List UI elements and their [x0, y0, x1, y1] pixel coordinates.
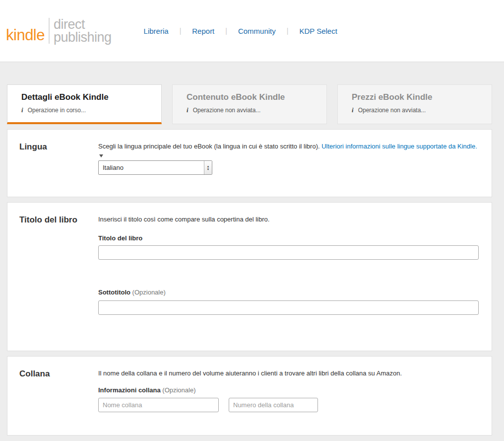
tab-dettagli-ebook[interactable]: Dettagli eBook Kindle i Operazione in co… [7, 84, 162, 124]
lingua-description: Scegli la lingua principale del tuo eBoo… [98, 142, 479, 151]
titolo-field-label: Titolo del libro [98, 234, 479, 242]
nav-libreria[interactable]: Libreria [144, 27, 169, 35]
titolo-input[interactable] [98, 245, 479, 260]
info-icon: i [187, 106, 189, 114]
main-content: Dettagli eBook Kindle i Operazione in co… [0, 62, 504, 436]
collana-description: Il nome della collana e il numero del vo… [98, 369, 479, 378]
direct-publishing-logo-text: direct publishing [54, 18, 112, 44]
caret-down-icon[interactable] [99, 154, 103, 157]
titolo-description: Inserisci il titolo così come compare su… [98, 215, 479, 224]
section-title-collana: Collana [19, 369, 98, 379]
nav-kdp-select[interactable]: KDP Select [299, 27, 337, 35]
nav-report[interactable]: Report [192, 27, 214, 35]
select-stepper-icon[interactable]: ▲ ▼ [204, 161, 212, 174]
sottotitolo-field-label: Sottotitolo (Opzionale) [98, 289, 479, 296]
section-lingua: Lingua Scegli la lingua principale del t… [7, 129, 492, 197]
logo-divider [49, 18, 50, 44]
lingue-supportate-link[interactable]: Ulteriori informazioni sulle lingue supp… [321, 143, 477, 150]
tab-status-text: Operazione non avviata... [358, 107, 426, 114]
tab-prezzi-ebook[interactable]: Prezzi eBook Kindle i Operazione non avv… [337, 84, 492, 124]
kindle-logo-text: kindle [6, 28, 45, 44]
section-collana: Collana Il nome della collana e il numer… [7, 356, 492, 436]
nav-separator: | [287, 27, 289, 35]
nav-separator: | [180, 27, 182, 35]
lingua-select[interactable]: Italiano ▲ ▼ [98, 160, 212, 175]
numero-collana-input[interactable] [229, 398, 318, 412]
collana-field-label: Informazioni collana (Opzionale) [98, 386, 479, 394]
tab-status-text: Operazione in corso... [28, 107, 86, 114]
section-titolo-del-libro: Titolo del libro Inserisci il titolo cos… [7, 202, 492, 351]
workflow-tabs: Dettagli eBook Kindle i Operazione in co… [7, 84, 492, 124]
section-title-lingua: Lingua [19, 142, 98, 152]
nav-separator: | [225, 27, 227, 35]
lingua-select-value: Italiano [99, 161, 204, 174]
tab-status-text: Operazione non avviata... [193, 107, 261, 114]
info-icon: i [352, 106, 354, 114]
main-nav: Libreria | Report | Community | KDP Sele… [144, 27, 337, 35]
header: kindle direct publishing Libreria | Repo… [0, 0, 504, 62]
sottotitolo-input[interactable] [98, 300, 479, 315]
tab-contenuto-ebook[interactable]: Contenuto eBook Kindle i Operazione non … [172, 84, 327, 124]
nav-community[interactable]: Community [238, 27, 276, 35]
section-title-titolo: Titolo del libro [19, 215, 98, 225]
nome-collana-input[interactable] [98, 398, 219, 412]
info-icon: i [21, 106, 23, 114]
kdp-logo[interactable]: kindle direct publishing [6, 18, 112, 44]
